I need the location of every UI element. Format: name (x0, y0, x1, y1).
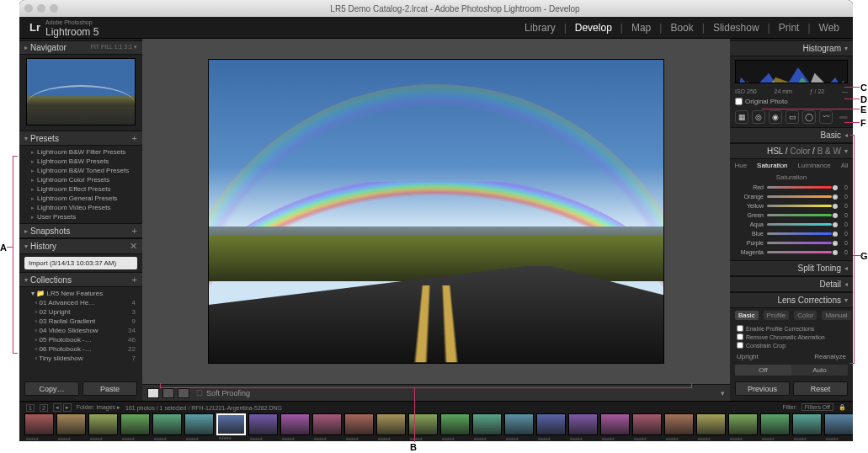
second-monitor-icon[interactable]: 1 (26, 404, 35, 412)
saturation-purple[interactable]: Purple0 (735, 238, 848, 248)
collection-item[interactable]: ▫ 05 Photobook -…46 (31, 335, 142, 344)
filmstrip-thumb[interactable] (664, 413, 694, 435)
main-preview-image[interactable] (209, 60, 663, 363)
hsl-tab-luminance[interactable]: Luminance (795, 161, 834, 170)
collection-item[interactable]: ▫ 04 Video Slideshow34 (31, 326, 142, 335)
filmstrip-thumb[interactable] (312, 413, 342, 435)
filmstrip-thumb[interactable] (120, 413, 150, 435)
module-print[interactable]: Print (775, 22, 803, 34)
module-library[interactable]: Library (521, 22, 559, 34)
module-book[interactable]: Book (667, 22, 696, 34)
filmstrip-thumb[interactable] (760, 413, 790, 435)
spot-tool-icon[interactable]: ◎ (752, 110, 765, 124)
detail-header[interactable]: Detail◂ (730, 276, 853, 292)
collection-item[interactable]: ▫ 02 Upright3 (31, 307, 142, 317)
filmstrip-thumbnails[interactable] (19, 413, 853, 442)
history-entry[interactable]: Import (3/14/13 10:03:37 AM) (24, 257, 137, 269)
saturation-orange[interactable]: Orange0 (735, 192, 848, 201)
redeye-tool-icon[interactable]: ◉ (769, 110, 782, 124)
prev-photo-icon[interactable]: ◂ (53, 403, 61, 412)
radial-filter-icon[interactable]: ◯ (802, 110, 816, 124)
preset-folder[interactable]: Lightroom Effect Presets (31, 184, 142, 194)
preset-folder[interactable]: Lightroom B&W Presets (31, 157, 142, 166)
lens-tab-basic[interactable]: Basic (735, 311, 759, 320)
lens-check[interactable]: Constrain Crop (737, 341, 846, 349)
toolbar-options-dropdown[interactable]: ▾ (721, 389, 725, 397)
upright-mode[interactable]: OffAuto (735, 365, 848, 376)
hsl-header[interactable]: HSL / Color / B & W▾ (730, 143, 853, 159)
lens-check[interactable]: Enable Profile Corrections (737, 324, 846, 333)
preset-folder[interactable]: Lightroom General Presets (31, 194, 142, 203)
history-header[interactable]: ▾ History ✕ (19, 238, 142, 254)
traffic-close[interactable] (24, 4, 33, 13)
collection-item[interactable]: ▫ 01 Advanced He…4 (31, 298, 142, 307)
before-after-split-icon[interactable] (178, 388, 189, 398)
filmstrip-thumb[interactable] (376, 413, 406, 435)
histogram-header[interactable]: Histogram▾ (730, 40, 853, 56)
filmstrip-thumb[interactable] (280, 413, 310, 435)
snapshots-header[interactable]: ▸ Snapshots + (19, 223, 142, 238)
filmstrip-thumb[interactable] (632, 413, 662, 435)
module-web[interactable]: Web (816, 22, 843, 34)
module-map[interactable]: Map (628, 22, 654, 34)
lens-tab-color[interactable]: Color (794, 311, 817, 320)
filmstrip-thumb[interactable] (472, 413, 502, 435)
reanalyze-link[interactable]: Reanalyze (814, 353, 846, 360)
loupe-view-icon[interactable] (147, 388, 159, 398)
filmstrip-thumb[interactable] (152, 413, 182, 435)
reset-button[interactable]: Reset (793, 381, 848, 396)
saturation-red[interactable]: Red0 (735, 183, 848, 192)
lens-check[interactable]: Remove Chromatic Aberration (737, 333, 846, 341)
collection-item[interactable]: ▫ 03 Radial Gradient9 (31, 317, 142, 326)
preset-folder[interactable]: Lightroom B&W Filter Presets (31, 147, 142, 157)
histogram-display[interactable] (735, 60, 848, 83)
traffic-zoom[interactable] (50, 4, 58, 13)
navigator-zoom-options[interactable]: FIT FILL 1:1 3:1 ▾ (91, 44, 137, 51)
collection-set[interactable]: ▾ 📁 LR5 New Features (31, 289, 142, 298)
filmstrip-thumb[interactable] (216, 413, 246, 435)
lens-corrections-header[interactable]: Lens Corrections▾ (730, 292, 853, 308)
second-window-icon[interactable]: 2 (40, 404, 48, 412)
copy-button[interactable]: Copy… (24, 381, 79, 396)
collection-item[interactable]: ▫ Tiny slideshow7 (31, 354, 142, 363)
saturation-aqua[interactable]: Aqua0 (735, 220, 848, 229)
filmstrip-thumb[interactable] (504, 413, 534, 435)
lens-tab-profile[interactable]: Profile (764, 311, 790, 320)
module-slideshow[interactable]: Slideshow (710, 22, 763, 34)
preset-folder[interactable]: Lightroom B&W Toned Presets (31, 166, 142, 175)
preset-folder[interactable]: Lightroom Color Presets (31, 175, 142, 184)
filter-lock-icon[interactable]: 🔒 (839, 404, 846, 410)
before-after-icon[interactable] (162, 388, 174, 398)
hsl-tab-saturation[interactable]: Saturation (754, 161, 791, 170)
previous-button[interactable]: Previous (735, 381, 790, 396)
grad-filter-icon[interactable]: ▭ (785, 110, 799, 124)
filmstrip-thumb[interactable] (536, 413, 566, 435)
filmstrip-thumb[interactable] (408, 413, 438, 435)
preset-folder[interactable]: Lightroom Video Presets (31, 203, 142, 212)
filmstrip-thumb[interactable] (696, 413, 726, 435)
filter-state[interactable]: Filters Off (801, 403, 833, 411)
presets-header[interactable]: ▾ Presets + (19, 131, 142, 146)
filmstrip-thumb[interactable] (600, 413, 630, 435)
filmstrip-thumb[interactable] (568, 413, 598, 435)
soft-proofing-label[interactable]: Soft Proofing (206, 389, 250, 397)
original-photo-checkbox[interactable]: Original Photo (730, 96, 853, 107)
tool-size-slider[interactable] (839, 116, 848, 119)
lens-tab-manual[interactable]: Manual (822, 311, 850, 320)
filmstrip-thumb[interactable] (24, 413, 54, 435)
collection-item[interactable]: ▫ 06 Photobook -…22 (31, 344, 142, 354)
filmstrip-path[interactable]: Folder: images ▸ (77, 404, 120, 411)
saturation-yellow[interactable]: Yellow0 (735, 201, 848, 211)
saturation-green[interactable]: Green0 (735, 211, 848, 220)
filmstrip-thumb[interactable] (88, 413, 118, 435)
filmstrip-thumb[interactable] (344, 413, 374, 435)
saturation-magenta[interactable]: Magenta0 (735, 248, 848, 257)
filmstrip-thumb[interactable] (184, 413, 214, 435)
filmstrip-thumb[interactable] (792, 413, 822, 435)
hsl-tab-hue[interactable]: Hue (731, 161, 750, 170)
preset-folder[interactable]: User Presets (31, 212, 142, 221)
brush-tool-icon[interactable]: 〰 (819, 110, 833, 124)
paste-button[interactable]: Paste (83, 381, 137, 396)
navigator-header[interactable]: ▸ Navigator FIT FILL 1:1 3:1 ▾ (19, 40, 142, 55)
filmstrip-thumb[interactable] (728, 413, 758, 435)
